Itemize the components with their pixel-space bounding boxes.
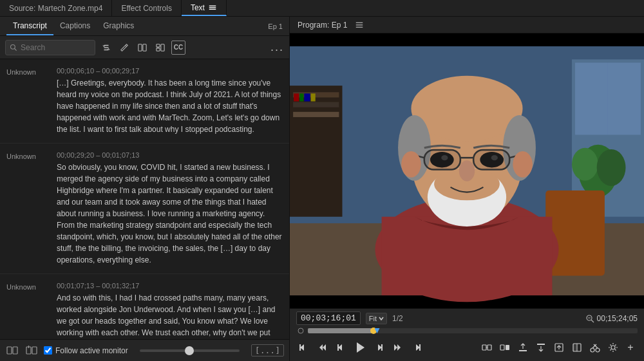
svg-rect-23	[575, 62, 608, 134]
zoom-slider-thumb[interactable]	[185, 346, 194, 355]
transport-row: +	[296, 337, 638, 358]
transcript-toolbar: CC ...	[0, 36, 289, 59]
top-tab-bar: Source: Martech Zone.mp4 Effect Controls…	[0, 0, 644, 17]
split-icon[interactable]	[153, 41, 167, 55]
duration-display: 00;15;24;05	[585, 314, 638, 323]
fit-dropdown[interactable]: Fit	[366, 313, 387, 324]
svg-rect-11	[7, 347, 12, 354]
left-bottom-bar: Follow active monitor [...]	[0, 339, 289, 361]
compare-button[interactable]	[569, 340, 585, 355]
tab-effect-controls[interactable]: Effect Controls	[112, 0, 181, 16]
go-to-in-button[interactable]	[296, 340, 312, 355]
zoom-slider[interactable]	[140, 349, 240, 352]
timeline-row	[296, 328, 638, 334]
more-options-button[interactable]: ...	[270, 41, 284, 54]
sync-icon[interactable]	[99, 41, 113, 55]
svg-point-53	[491, 155, 498, 160]
step-back-button[interactable]	[314, 340, 330, 355]
export-icon[interactable]	[24, 344, 39, 358]
extract-button[interactable]	[533, 340, 549, 355]
svg-line-60	[591, 320, 594, 322]
ellipsis-button[interactable]: [...]	[251, 344, 284, 356]
search-input[interactable]	[21, 43, 91, 52]
follow-checkbox-input[interactable]	[44, 346, 52, 355]
transcript-text-2: So obviously, you know, COVID hit, I sta…	[57, 162, 283, 266]
go-to-out-button[interactable]	[408, 340, 424, 355]
svg-marker-66	[323, 344, 326, 351]
timecode-row: 00;03;16;01 Fit 1/2	[296, 311, 638, 325]
svg-line-4	[15, 48, 17, 50]
right-panel: Program: Ep 1	[290, 17, 644, 361]
trim-button[interactable]	[587, 340, 603, 355]
svg-point-89	[596, 348, 600, 352]
search-icon	[10, 43, 17, 52]
svg-rect-1	[209, 7, 216, 8]
chevron-down-icon	[379, 317, 384, 320]
timeline-track[interactable]	[308, 328, 638, 333]
svg-point-3	[11, 44, 15, 49]
play-button[interactable]	[350, 338, 370, 357]
frame-back-button[interactable]	[332, 340, 348, 355]
svg-rect-8	[156, 44, 160, 46]
step-forward-button[interactable]	[390, 340, 406, 355]
current-timecode[interactable]: 00;03;16;01	[296, 311, 361, 325]
merge-icon[interactable]	[135, 41, 149, 55]
svg-rect-10	[161, 44, 164, 51]
svg-rect-27	[293, 102, 339, 107]
add-button[interactable]: +	[623, 340, 638, 355]
svg-marker-73	[397, 344, 401, 351]
frame-forward-button[interactable]	[372, 340, 388, 355]
left-panel: Transcript Captions Graphics Ep 1	[0, 17, 290, 361]
svg-point-47	[459, 160, 475, 181]
video-container	[290, 33, 644, 308]
follow-checkbox-label[interactable]: Follow active monitor	[44, 346, 128, 355]
export-frame-button[interactable]	[551, 340, 567, 355]
svg-point-62	[298, 328, 303, 333]
svg-rect-2	[209, 8, 216, 9]
svg-rect-87	[573, 344, 577, 351]
search-box[interactable]	[5, 40, 95, 55]
settings-button[interactable]	[605, 340, 621, 355]
svg-rect-17	[356, 24, 363, 25]
tab-text[interactable]: Text	[182, 0, 227, 16]
overwrite-button[interactable]	[497, 340, 513, 355]
ep-label: Ep 1	[268, 23, 283, 30]
svg-rect-80	[506, 345, 509, 350]
speaker-2: Unknown	[6, 151, 52, 266]
add-segment-icon[interactable]	[5, 344, 19, 358]
tab-graphics[interactable]: Graphics	[97, 17, 140, 35]
svg-rect-76	[482, 345, 486, 350]
svg-rect-31	[304, 93, 310, 101]
zoom-icon[interactable]	[585, 314, 594, 323]
svg-rect-32	[311, 93, 316, 101]
transcript-block-3: Unknown 00;01;07;13 – 00;01;32;17 And so…	[0, 274, 289, 339]
svg-rect-18	[356, 26, 363, 27]
svg-line-5	[126, 45, 127, 46]
transcript-text-1: […] Greetings, everybody. It has been a …	[57, 77, 283, 135]
svg-marker-69	[357, 342, 365, 353]
program-menu-icon[interactable]	[355, 21, 364, 30]
svg-rect-6	[138, 44, 142, 51]
svg-point-50	[441, 155, 448, 160]
svg-marker-72	[394, 344, 397, 351]
svg-rect-81	[519, 350, 527, 351]
tab-captions[interactable]: Captions	[53, 17, 97, 35]
speaker-1: Unknown	[6, 67, 52, 135]
svg-rect-64	[299, 344, 301, 351]
main-area: Transcript Captions Graphics Ep 1	[0, 17, 644, 361]
insert-button[interactable]	[479, 340, 495, 355]
tab-transcript[interactable]: Transcript	[6, 17, 53, 35]
svg-rect-68	[337, 344, 339, 351]
timecode-2: 00;00;29;20 – 00;01;07;13	[57, 151, 283, 159]
cc-button[interactable]: CC	[171, 41, 185, 55]
svg-marker-65	[319, 344, 323, 351]
svg-rect-82	[537, 344, 545, 345]
menu-icon	[208, 3, 217, 12]
lift-button[interactable]	[515, 340, 531, 355]
edit-icon[interactable]	[117, 41, 131, 55]
svg-rect-12	[13, 347, 17, 354]
tab-source[interactable]: Source: Martech Zone.mp4	[0, 0, 112, 16]
svg-rect-24	[608, 62, 641, 134]
svg-point-49	[430, 152, 454, 167]
sub-tabs: Transcript Captions Graphics Ep 1	[0, 17, 289, 36]
